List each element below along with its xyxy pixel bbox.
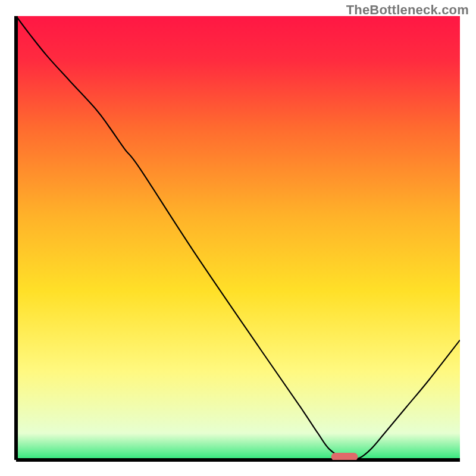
optimal-marker	[331, 453, 358, 461]
chart-svg	[0, 0, 476, 476]
bottleneck-chart: TheBottleneck.com	[0, 0, 476, 476]
gradient-background	[16, 16, 460, 460]
watermark-text: TheBottleneck.com	[346, 2, 469, 18]
